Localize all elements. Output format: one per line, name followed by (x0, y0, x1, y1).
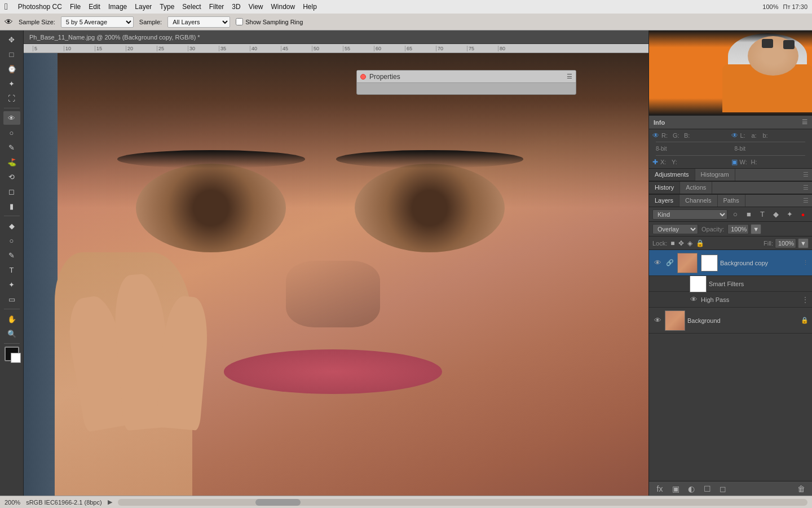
foreground-color[interactable] (5, 347, 19, 361)
sample-size-label: Sample Size: (19, 19, 55, 25)
shape-tool[interactable]: ▭ (3, 292, 20, 306)
adjustments-panel-menu[interactable]: ☰ (800, 169, 812, 181)
lock-move-icon[interactable]: ✥ (678, 239, 684, 247)
fill-input[interactable] (775, 238, 796, 248)
clone-stamp[interactable]: ⛳ (3, 155, 20, 169)
info-eyedropper-left-icon: 👁 (652, 132, 659, 139)
dodge-tool[interactable]: ○ (3, 234, 20, 247)
blur-tool[interactable]: ◆ (3, 219, 20, 233)
tab-adjustments[interactable]: Adjustments (649, 169, 695, 181)
quick-select-tool[interactable]: ✦ (3, 77, 20, 90)
sample-label: Sample: (139, 19, 162, 25)
layer-new-button[interactable]: ◻ (717, 483, 729, 494)
menu-filter[interactable]: Filter (209, 3, 224, 11)
canvas-container[interactable]: Properties ☰ (24, 53, 648, 496)
fill-arrow[interactable]: ▼ (798, 238, 809, 248)
crop-tool[interactable]: ⛶ (3, 91, 20, 105)
tab-histogram[interactable]: Histogram (695, 169, 735, 181)
opacity-arrow[interactable]: ▼ (751, 224, 761, 234)
gradient-tool[interactable]: ▮ (3, 199, 20, 213)
menu-layer[interactable]: Layer (135, 3, 152, 11)
tab-actions[interactable]: Actions (680, 182, 712, 194)
properties-menu-button[interactable]: ☰ (567, 73, 572, 80)
tab-channels[interactable]: Channels (679, 195, 717, 207)
menu-select[interactable]: Select (182, 3, 201, 11)
layer-filter-icon-5[interactable]: ✦ (784, 209, 795, 220)
menu-photoshop[interactable]: Photoshop CC (18, 3, 62, 11)
type-tool[interactable]: T (3, 263, 20, 277)
eyedropper-tool[interactable]: 👁 (3, 111, 20, 125)
layers-panel-menu[interactable]: ☰ (800, 195, 812, 207)
layer-link-icon[interactable]: 🔗 (665, 258, 675, 268)
history-brush[interactable]: ⟲ (3, 170, 20, 183)
menu-window[interactable]: Window (271, 3, 295, 11)
path-select[interactable]: ✦ (3, 278, 20, 291)
move-tool[interactable]: ✥ (3, 33, 20, 46)
menu-view[interactable]: View (249, 3, 263, 11)
layer-filter-toggle[interactable]: ● (797, 209, 809, 220)
menu-image[interactable]: Image (108, 3, 127, 11)
horizontal-scrollbar[interactable] (118, 499, 807, 506)
layer-fx-button[interactable]: fx (654, 483, 666, 494)
tab-layers[interactable]: Layers (649, 195, 679, 207)
lock-artboard-icon[interactable]: ◈ (687, 239, 692, 247)
lock-label: Lock: (652, 240, 667, 247)
scrollbar-thumb[interactable] (255, 499, 301, 506)
menu-file[interactable]: File (70, 3, 81, 11)
eyedropper-tool-icon: 👁 (5, 17, 13, 27)
portrait-image[interactable] (24, 53, 648, 496)
layer-filter-icon-2[interactable]: ■ (743, 209, 754, 220)
tab-paths[interactable]: Paths (718, 195, 745, 207)
menu-edit[interactable]: Edit (89, 3, 100, 11)
webcam-person-figure (722, 33, 812, 112)
opacity-control[interactable]: ▼ (727, 224, 761, 234)
tab-history[interactable]: History (649, 182, 680, 194)
layer-delete-button[interactable]: 🗑 (795, 483, 807, 494)
layer-background-copy[interactable]: 👁 🔗 Background copy ⋮ (649, 250, 812, 276)
opacity-input[interactable] (727, 224, 749, 234)
info-grid: 👁 R: G: B: 👁 L: a: b: 8-bit 8-bit ✚ X: (649, 129, 812, 168)
hand-tool[interactable]: ✋ (3, 312, 20, 326)
high-pass-options-icon[interactable]: ⋮ (802, 296, 809, 304)
menu-3d[interactable]: 3D (232, 3, 240, 11)
blend-mode-select[interactable]: Overlay Normal Dissolve Multiply Screen … (652, 224, 698, 234)
layer-filter-icon-3[interactable]: T (757, 209, 768, 220)
brush-tool[interactable]: ✎ (3, 141, 20, 154)
nav-arrow[interactable]: ▶ (108, 498, 112, 506)
layer-options-icon[interactable]: ⋮ (802, 259, 809, 266)
layer-filter-select[interactable]: Kind Name Effect Mode Attribute Color Sm… (652, 209, 727, 220)
properties-header[interactable]: Properties ☰ (357, 71, 576, 83)
high-pass-visibility[interactable]: 👁 (689, 295, 699, 305)
show-ring-checkbox[interactable] (236, 18, 243, 25)
show-ring-label[interactable]: Show Sampling Ring (236, 18, 303, 25)
patch-tool[interactable]: ○ (3, 126, 20, 139)
layer-background[interactable]: 👁 Background 🔒 (649, 308, 812, 334)
layer-group-button[interactable]: ☐ (701, 483, 713, 494)
eraser-tool[interactable]: ◻ (3, 185, 20, 198)
sample-select[interactable]: All Layers Current Layer Current & Below (167, 16, 230, 28)
sample-size-select[interactable]: 5 by 5 Average Point Sample 3 by 3 Avera… (61, 16, 134, 28)
info-separator-2 (656, 155, 805, 156)
layer-mask-button[interactable]: ▣ (669, 483, 682, 494)
layer-filter-icon-4[interactable]: ◆ (770, 209, 782, 220)
lock-all-icon[interactable]: 🔒 (696, 239, 704, 247)
menu-help[interactable]: Help (303, 3, 317, 11)
layer-filter-icon-1[interactable]: ○ (730, 209, 741, 220)
history-tab-bar: History Actions ☰ (649, 181, 812, 194)
properties-close-button[interactable] (360, 74, 366, 80)
zoom-tool[interactable]: 🔍 (3, 327, 20, 340)
lock-pixels-icon[interactable]: ■ (670, 239, 674, 247)
high-pass-filter-row[interactable]: 👁 High Pass ⋮ (649, 292, 812, 308)
menu-type[interactable]: Type (160, 3, 174, 11)
layer-visibility-bg[interactable]: 👁 (652, 316, 663, 326)
layers-bottom-bar: fx ▣ ◐ ☐ ◻ 🗑 (649, 481, 812, 496)
lasso-tool[interactable]: ⌚ (3, 62, 20, 76)
layer-visibility-bg-copy[interactable]: 👁 (652, 258, 663, 268)
separator-3 (4, 309, 20, 309)
properties-panel: Properties ☰ (356, 70, 576, 95)
info-panel-menu[interactable]: ☰ (802, 119, 807, 126)
history-panel-menu[interactable]: ☰ (800, 182, 812, 194)
pen-tool[interactable]: ✎ (3, 248, 20, 262)
layer-adjustment-button[interactable]: ◐ (685, 483, 698, 494)
marquee-tool[interactable]: □ (3, 47, 20, 61)
